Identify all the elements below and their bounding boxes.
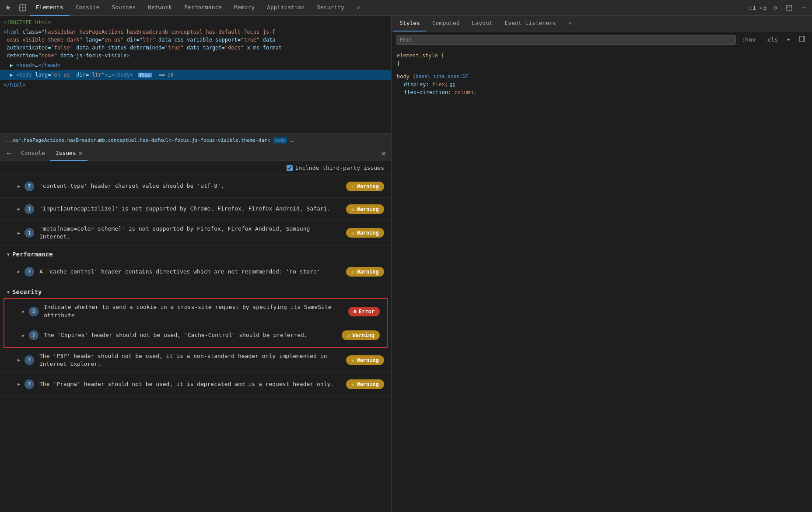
tab-memory[interactable]: Memory bbox=[228, 0, 261, 16]
close-all-tabs[interactable]: × bbox=[378, 149, 389, 158]
svg-rect-6 bbox=[803, 36, 805, 42]
inspect-icon[interactable] bbox=[17, 2, 29, 14]
issue-row[interactable]: ▶ 1 'meta[name=color-scheme]' is not sup… bbox=[0, 221, 391, 245]
error-badge-icon: ⊗ bbox=[354, 309, 357, 315]
devtools-tab-bar: Elements Console Sources Network Perform… bbox=[0, 0, 812, 16]
tab-right-more[interactable]: » bbox=[562, 16, 578, 32]
issue-count: 1 bbox=[24, 228, 34, 238]
breadcrumb-tag[interactable]: body bbox=[273, 137, 287, 144]
tab-issues[interactable]: Issues × bbox=[50, 146, 88, 161]
css-source-link[interactable]: base\_site.scss:57 bbox=[416, 73, 468, 81]
expand-icon: ▶ bbox=[22, 309, 24, 314]
severity-badge-error: ⊗ Error bbox=[348, 307, 380, 316]
issue-text: A 'cache-control' header contains direct… bbox=[39, 268, 339, 276]
expand-icon: ▶ bbox=[18, 231, 20, 235]
severity-badge: ⚠ Warning bbox=[342, 330, 380, 340]
issue-count: 1 bbox=[24, 204, 34, 214]
bottom-more-icon[interactable]: ⋯ bbox=[3, 147, 15, 160]
element-line-doctype: <!DOCTYPE html> bbox=[0, 18, 391, 27]
issue-row[interactable]: ▶ 7 A 'cache-control' header contains di… bbox=[0, 260, 391, 283]
css-rule-element-style: element.style { } bbox=[397, 52, 807, 67]
tab-elements[interactable]: Elements bbox=[30, 0, 70, 16]
element-line-body[interactable]: ▶ <body lang="en-us" dir="ltr">…</body> … bbox=[0, 70, 391, 80]
dock-icon[interactable] bbox=[783, 2, 795, 14]
element-line-head[interactable]: ▶ <head>…</head> bbox=[0, 60, 391, 70]
tab-application[interactable]: Application bbox=[261, 0, 311, 16]
css-selector: element.style { bbox=[397, 52, 444, 60]
warning-count-badge[interactable]: ⚠ 1 bbox=[749, 5, 756, 11]
third-party-checkbox-label[interactable]: Include third-party issues bbox=[287, 165, 385, 171]
css-property: display: bbox=[397, 81, 429, 88]
category-performance[interactable]: ▼ Performance bbox=[0, 245, 391, 260]
issue-row[interactable]: ▶ 7 The 'P3P' header should not be used,… bbox=[0, 348, 391, 373]
tab-event-listeners[interactable]: Event Listeners bbox=[499, 16, 562, 32]
tab-security[interactable]: Security bbox=[311, 0, 350, 16]
issue-text: The 'Expires' header should not be used,… bbox=[44, 331, 335, 339]
issue-text: Indicate whether to send a cookie in a c… bbox=[44, 303, 341, 319]
element-line-html[interactable]: <html class="hasSidebar hasPageActions h… bbox=[0, 27, 391, 60]
svg-rect-8 bbox=[453, 83, 455, 84]
tab-console[interactable]: Console bbox=[70, 0, 106, 16]
issue-row[interactable]: ▶ 7 The 'Pragma' header should not be us… bbox=[0, 373, 391, 396]
warning-badge-icon: ⚠ bbox=[351, 381, 354, 387]
tab-computed[interactable]: Computed bbox=[426, 16, 466, 32]
third-party-bar: Include third-party issues bbox=[0, 161, 391, 175]
issue-row[interactable]: ▶ 7 'content-type' header charset value … bbox=[0, 175, 391, 198]
svg-rect-7 bbox=[450, 83, 452, 84]
element-line-html-close: </html> bbox=[0, 80, 391, 90]
warning-badge-icon: ⚠ bbox=[347, 332, 350, 338]
styles-content: element.style { } body { base\_site.scss… bbox=[392, 48, 812, 512]
cls-btn[interactable]: .cls bbox=[762, 35, 780, 44]
severity-badge: ⚠ Warning bbox=[346, 379, 384, 389]
issues-panel: Include third-party issues ▶ 7 'content-… bbox=[0, 161, 391, 512]
category-security[interactable]: ▼ Security bbox=[0, 283, 391, 298]
breadcrumb: ... bar.hasPageActions.hasBreadcrumb.con… bbox=[0, 134, 391, 146]
cursor-icon[interactable] bbox=[3, 2, 15, 14]
error-icon: ✕ bbox=[760, 5, 763, 11]
breadcrumb-text: bar.hasPageActions.hasBreadcrumb.concept… bbox=[12, 137, 270, 143]
flex-toggle-icon[interactable] bbox=[448, 81, 455, 88]
more-options-icon[interactable]: ⋯ bbox=[797, 2, 809, 14]
css-property: flex-direction: bbox=[397, 88, 451, 96]
error-count-badge[interactable]: ✕ 5 bbox=[760, 5, 766, 11]
hov-btn[interactable]: :hov bbox=[739, 35, 758, 44]
issue-text: The 'P3P' header should not be used, it … bbox=[39, 352, 339, 368]
tab-styles[interactable]: Styles bbox=[393, 16, 426, 32]
severity-badge: ⚠ Warning bbox=[346, 182, 384, 191]
issue-row[interactable]: ▶ 1 'input[autocapitalize]' is not suppo… bbox=[0, 198, 391, 221]
css-selector: body { bbox=[397, 73, 416, 81]
svg-rect-9 bbox=[450, 85, 452, 87]
tab-network[interactable]: Network bbox=[142, 0, 178, 16]
issue-text: The 'Pragma' header should not be used, … bbox=[39, 380, 339, 388]
third-party-checkbox[interactable] bbox=[287, 165, 293, 171]
expand-icon: ▶ bbox=[18, 184, 20, 189]
tab-more[interactable]: » bbox=[350, 0, 366, 16]
issue-count: 7 bbox=[24, 267, 34, 277]
elements-panel: <!DOCTYPE html> <html class="hasSidebar … bbox=[0, 16, 391, 134]
warning-badge-icon: ⚠ bbox=[351, 269, 354, 275]
right-tab-bar: Styles Computed Layout Event Listeners » bbox=[392, 16, 812, 32]
flex-badge[interactable]: flex bbox=[138, 73, 152, 77]
svg-rect-3 bbox=[787, 5, 792, 11]
issue-text: 'content-type' header charset value shou… bbox=[39, 182, 339, 190]
tab-performance[interactable]: Performance bbox=[178, 0, 228, 16]
left-panel: <!DOCTYPE html> <html class="hasSidebar … bbox=[0, 16, 392, 512]
severity-badge: ⚠ Warning bbox=[346, 228, 384, 238]
issue-count: 5 bbox=[29, 307, 38, 316]
toggle-sidebar-icon[interactable] bbox=[796, 35, 808, 44]
issue-text: 'meta[name=color-scheme]' is not support… bbox=[39, 225, 339, 241]
issue-row[interactable]: ▶ 5 Indicate whether to send a cookie in… bbox=[4, 299, 387, 324]
styles-filter-input[interactable] bbox=[396, 35, 736, 45]
add-style-btn[interactable]: + bbox=[784, 35, 793, 44]
tab-console-bottom[interactable]: Console bbox=[16, 146, 50, 161]
tab-layout[interactable]: Layout bbox=[466, 16, 499, 32]
settings-icon[interactable]: ⚙ bbox=[769, 2, 781, 14]
right-panel: Styles Computed Layout Event Listeners »… bbox=[392, 16, 812, 512]
expand-icon: ▶ bbox=[18, 382, 20, 386]
tab-sources[interactable]: Sources bbox=[105, 0, 142, 16]
severity-badge: ⚠ Warning bbox=[346, 204, 384, 214]
close-issues-tab[interactable]: × bbox=[79, 150, 82, 157]
issue-count: 7 bbox=[24, 182, 34, 191]
issue-row[interactable]: ▶ 7 The 'Expires' header should not be u… bbox=[4, 324, 387, 347]
warning-icon: ⚠ bbox=[749, 5, 752, 11]
